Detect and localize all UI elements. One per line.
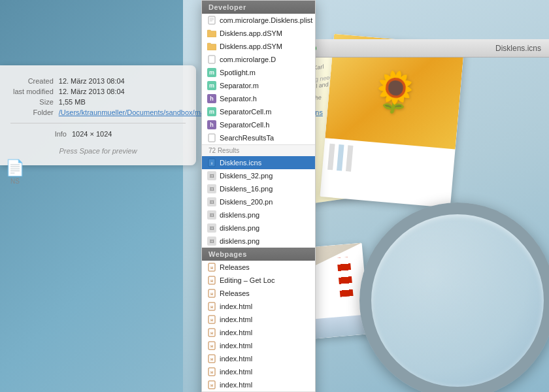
svg-text:H: H [210, 331, 213, 335]
press-space-hint: Press Space for preview [10, 147, 186, 155]
webpages-section-header: Webpages [202, 248, 315, 261]
magnifier-decoration [320, 163, 549, 392]
m-file-icon: m [207, 107, 216, 116]
list-item[interactable]: 🖼 disklens.png [202, 221, 315, 235]
svg-text:H: H [210, 357, 213, 361]
file-info-panel: Created 12. März 2013 08:04 last modifie… [0, 65, 196, 165]
list-item[interactable]: 🖼 Disklens_16.png [202, 182, 315, 195]
list-item[interactable]: m Separator.m [202, 79, 315, 92]
svg-text:H: H [210, 279, 213, 283]
file-name: Disklens_32.png [220, 172, 273, 180]
file-name: Releases [220, 289, 250, 297]
list-item[interactable]: com.microlarge.D [202, 53, 315, 66]
m-file-icon: m [207, 81, 216, 90]
file-name: Separator.h [220, 95, 257, 103]
list-item[interactable]: i Disklens.icns [202, 156, 315, 169]
html-icon: H [207, 380, 216, 389]
developer-section-header: Developer [202, 1, 315, 14]
list-item[interactable]: H index.html [202, 378, 315, 391]
file-info-table: Info 1024 × 1024 [10, 129, 186, 139]
folder-icon [207, 42, 216, 51]
file-name: index.html [220, 342, 252, 350]
list-item[interactable]: H index.html [202, 365, 315, 378]
titlebar: Disklens.icns [281, 39, 549, 57]
file-name: com.microlarge.Disklens.plist [220, 16, 312, 24]
file-name: Spotlight.m [220, 69, 256, 76]
svg-rect-5 [208, 134, 215, 142]
search-results-dropdown: Developer com.microlarge.Disklens.plist … [201, 0, 316, 392]
window-title: Disklens.icns [495, 44, 541, 53]
html-icon: H [207, 289, 216, 298]
html-icon: H [207, 263, 216, 272]
png-icon: 🖼 [207, 171, 216, 180]
svg-text:H: H [210, 384, 213, 387]
list-item[interactable]: 🖼 disklens.png [202, 208, 315, 221]
list-item[interactable]: h SeparatorCell.h [202, 118, 315, 131]
icon-file-list: 🖼 Disklens_32.png 🖼 Disklens_16.png 🖼 Di… [202, 169, 315, 248]
file-name: SeparatorCell.h [220, 121, 269, 129]
list-item[interactable]: m Spotlight.m [202, 66, 315, 79]
list-item[interactable]: H Editing – Get Loc [202, 274, 315, 287]
svg-rect-4 [208, 56, 215, 63]
list-item[interactable]: h Separator.h [202, 92, 315, 105]
html-icon: H [207, 367, 216, 376]
list-item[interactable]: 🖼 disklens.png [202, 235, 315, 248]
developer-results-count: 72 Results [202, 144, 315, 156]
file-name: index.html [220, 302, 252, 310]
list-item[interactable]: H index.html [202, 313, 315, 326]
svg-text:H: H [210, 318, 213, 322]
html-icon: H [207, 341, 216, 350]
file-icon [207, 133, 216, 142]
file-icon [207, 55, 216, 64]
h-file-icon: h [207, 94, 216, 103]
list-item[interactable]: Disklens.app.dSYM [202, 27, 315, 40]
file-name: Separator.m [220, 82, 259, 90]
list-item[interactable]: H index.html [202, 352, 315, 365]
file-name: disklens.png [220, 237, 259, 245]
list-item[interactable]: H Releases [202, 261, 315, 274]
svg-text:H: H [210, 305, 213, 309]
png-icon: 🖼 [207, 184, 216, 193]
folder-label: Folder [10, 107, 56, 118]
html-icon: H [207, 276, 216, 285]
list-item[interactable]: Disklens.app.dSYM [202, 40, 315, 53]
list-item[interactable]: m SeparatorCell.m [202, 105, 315, 118]
list-item[interactable]: 🖼 Disklens_200.pn [202, 195, 315, 208]
icns-icon: i [207, 158, 216, 167]
svg-rect-0 [208, 16, 215, 24]
list-item[interactable]: H index.html [202, 339, 315, 352]
file-name: index.html [220, 316, 252, 323]
file-type-icon: 📄 NS [5, 157, 25, 185]
list-item[interactable]: H Releases [202, 287, 315, 300]
png-icon: 🖼 [207, 197, 216, 206]
list-item[interactable]: com.microlarge.Disklens.plist [202, 14, 315, 27]
file-name: Releases [220, 263, 250, 271]
file-name: Disklens_16.png [220, 185, 273, 193]
file-name: SeparatorCell.m [220, 108, 271, 116]
file-name: Disklens.app.dSYM [220, 29, 282, 37]
list-item[interactable]: 🖼 Disklens_32.png [202, 169, 315, 182]
png-icon: 🖼 [207, 223, 216, 233]
file-name: index.html [220, 368, 252, 376]
svg-text:H: H [210, 266, 213, 270]
svg-text:H: H [210, 344, 213, 348]
h-file-icon: h [207, 120, 216, 129]
file-name: com.microlarge.D [220, 56, 276, 63]
png-icon: 🖼 [207, 237, 216, 246]
html-icon: H [207, 302, 216, 311]
svg-text:H: H [210, 292, 213, 296]
info-label: Info [10, 129, 69, 139]
info-dimensions: 1024 × 1024 [69, 129, 186, 139]
list-item[interactable]: H index.html [202, 326, 315, 339]
list-item[interactable]: SearchResultsTa [202, 131, 315, 144]
file-name: disklens.png [220, 211, 259, 219]
list-item[interactable]: H index.html [202, 300, 315, 313]
folder-icon [207, 29, 216, 38]
file-name: index.html [220, 329, 252, 336]
webpages-file-list: H Releases H Editing – Get Loc H Release… [202, 261, 315, 391]
file-name: index.html [220, 381, 252, 389]
file-name: Editing – Get Loc [220, 276, 274, 284]
file-name: Disklens_200.pn [220, 198, 273, 206]
plist-icon [207, 16, 216, 25]
html-icon: H [207, 354, 216, 363]
